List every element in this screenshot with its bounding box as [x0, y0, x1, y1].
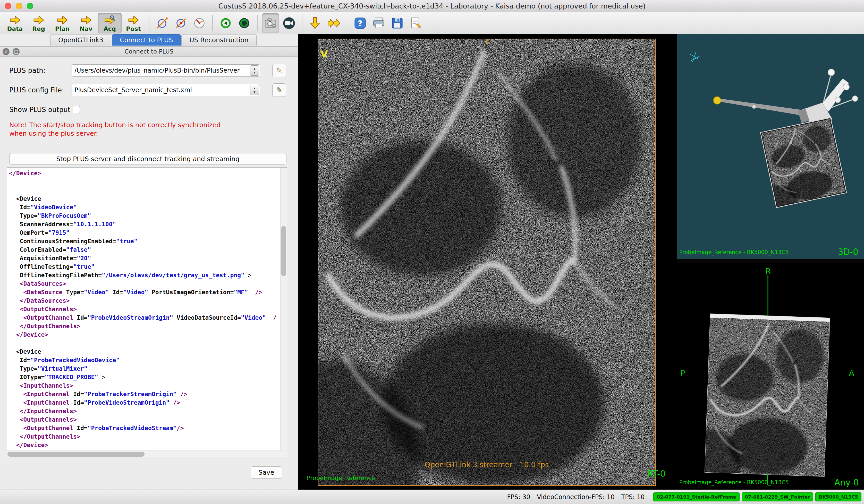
image-source-label: ProbeImage_Reference - BK5000_N13C5	[679, 249, 789, 255]
xml-config-editor[interactable]: </Device> <Device Id="VideoDevice" Type=…	[9, 169, 280, 448]
stream-forward-button[interactable]	[325, 13, 343, 33]
realtime-2d-view[interactable]: V OpenIGTLink 3 streamer - 10.0 fps Prob…	[298, 34, 677, 490]
help-button[interactable]: ?	[351, 13, 369, 33]
image-source-label: ProbeImage_Reference - BK5000_N13C5	[679, 479, 789, 485]
xml-line: AcquisitionRate="20"	[9, 254, 280, 262]
edit-plus-path-button[interactable]: ✎	[272, 64, 286, 77]
xml-line: </Device>	[9, 331, 280, 339]
close-window-button[interactable]	[5, 3, 11, 9]
tool-import-button[interactable]	[307, 13, 324, 33]
workflow-button-label: Post	[126, 25, 141, 32]
show-plus-output-checkbox[interactable]	[73, 106, 80, 113]
xml-line: <OutputChannel Id="ProbeVideoStreamOrigi…	[9, 314, 280, 322]
workflow-nav-button[interactable]: Nav	[74, 13, 98, 34]
status-bar: FPS: 30 VideoConnection-FPS: 10 TPS: 10 …	[0, 490, 864, 504]
window-title: CustusS 2018.06.25-dev+feature_CX-340-sw…	[218, 2, 646, 10]
xml-line: ColorEnabled="false"	[9, 246, 280, 254]
3d-view[interactable]: ProbeImage_Reference - BK5000_N13C5 3D-0	[677, 34, 864, 259]
detach-panel-button[interactable]: □	[13, 48, 20, 55]
zoom-window-button[interactable]	[27, 3, 33, 9]
window-controls	[5, 3, 33, 9]
plus-path-stepper[interactable]: ▴▾	[250, 65, 259, 76]
tab-us-reconstruction[interactable]: US Reconstruction	[181, 34, 256, 46]
save-button[interactable]	[388, 13, 406, 33]
xml-line: <OutputChannel Id="ProbeTrackedVideoStre…	[9, 424, 280, 432]
workflow-arrow-icon	[128, 14, 139, 26]
xml-line: <InputChannel Id="ProbeTrackerStreamOrig…	[9, 390, 280, 398]
tab-openigtlink3[interactable]: OpenIGTLink3	[50, 34, 111, 46]
xml-line: </Device>	[9, 441, 280, 448]
chevron-down-icon: ▾	[253, 71, 255, 74]
minimize-window-button[interactable]	[16, 3, 22, 9]
tps-label: TPS: 10	[621, 493, 645, 501]
pencil-icon: ✎	[276, 66, 282, 75]
workflow-acq-button[interactable]: Acq	[98, 13, 122, 34]
workflow-arrow-icon	[104, 14, 116, 26]
xml-config-area: </Device> <Device Id="VideoDevice" Type=…	[7, 167, 287, 450]
video-camera-button[interactable]	[280, 13, 298, 33]
close-icon: ×	[4, 49, 8, 54]
help-icon: ?	[353, 16, 367, 30]
tool-status-badge: 07-081-0229_SW_Pointer	[742, 492, 814, 501]
plus-config-stepper[interactable]: ▴▾	[250, 85, 259, 95]
close-panel-button[interactable]: ×	[3, 48, 10, 55]
toolbar-separator	[302, 15, 302, 31]
horizontal-scrollbar-thumb[interactable]	[8, 452, 145, 457]
orientation-label-a: A	[849, 368, 854, 378]
view-name-label: 3D-0	[838, 247, 858, 257]
stop-plus-server-button[interactable]: Stop PLUS server and disconnect tracking…	[9, 153, 286, 164]
video-camera-icon	[282, 16, 296, 30]
any-plane-view[interactable]: R P A ProbeImage_Reference - BK5000_N13C…	[677, 263, 864, 490]
xml-line: ContinuousStreamingEnabled="true"	[9, 237, 280, 246]
view-name-label: RT-0	[647, 469, 665, 479]
vertical-scrollbar-thumb[interactable]	[281, 226, 286, 276]
workflow-button-label: Acq	[104, 25, 116, 32]
tool-status-badges: 02-077-0191_Sterile-RefFrame07-081-0229_…	[651, 492, 861, 501]
center-tool-button[interactable]	[236, 13, 253, 33]
xml-line: Id="ProbeTrackedVideoDevice"	[9, 356, 280, 365]
stream-status-label: OpenIGTLink 3 streamer - 10.0 fps	[319, 460, 655, 469]
clock-button[interactable]	[191, 13, 208, 33]
xml-horizontal-scrollbar[interactable]	[7, 451, 287, 457]
workflow-arrow-icon	[33, 14, 45, 26]
tool-status-badge: BK5000_N13C5	[815, 492, 861, 501]
screenshot-page-button[interactable]	[407, 13, 424, 33]
toolbar-separator	[212, 15, 213, 31]
pointer-calibration-button[interactable]	[172, 13, 190, 33]
plus-path-value: /Users/olevs/dev/plus_namic/PlusB-bin/bi…	[74, 67, 249, 74]
workflow-plan-button[interactable]: Plan	[50, 13, 74, 34]
xml-vertical-scrollbar[interactable]	[280, 168, 287, 450]
warning-note-line2: when using the plus server.	[9, 129, 220, 138]
toolbar-separator	[347, 15, 347, 31]
center-image-button[interactable]	[217, 13, 235, 33]
workflow-reg-button[interactable]: Reg	[27, 13, 50, 34]
crosshair-target-button[interactable]	[154, 13, 171, 33]
warning-note: Note! The start/stop tracking button is …	[9, 121, 220, 138]
panel-title: Connect to PLUS	[125, 48, 173, 55]
xml-line: <InputChannel Id="ProbeVideoStreamOrigin…	[9, 398, 280, 407]
warning-note-line1: Note! The start/stop tracking button is …	[9, 121, 220, 129]
xml-line: </Device>	[9, 169, 280, 177]
panel-tab-bar: OpenIGTLink3Connect to PLUSUS Reconstruc…	[50, 34, 257, 46]
main-toolbar: DataRegPlanNavAcqPost?	[0, 12, 864, 34]
camera-settings-button[interactable]	[262, 13, 279, 33]
ultrasound-image	[319, 39, 655, 485]
save-icon	[391, 16, 404, 30]
workflow-post-button[interactable]: Post	[122, 13, 145, 34]
workflow-data-button[interactable]: Data	[3, 13, 27, 34]
printer-button[interactable]	[370, 13, 387, 33]
edit-plus-config-button[interactable]: ✎	[272, 83, 286, 97]
workflow-button-label: Nav	[80, 25, 93, 32]
tab-connect-to-plus[interactable]: Connect to PLUS	[112, 34, 181, 46]
xml-line: <DataSource Type="Video" Id="Video" Port…	[9, 288, 280, 296]
plus-path-combobox[interactable]: /Users/olevs/dev/plus_namic/PlusB-bin/bi…	[72, 64, 260, 77]
xml-line: <OutputChannels>	[9, 416, 280, 424]
tool-import-icon	[309, 16, 322, 30]
plus-config-combobox[interactable]: PlusDeviceSet_Server_namic_test.xml ▴▾	[72, 84, 260, 96]
center-tool-icon	[238, 16, 251, 30]
clock-icon	[193, 16, 206, 30]
xml-line: OfflineTesting="true"	[9, 262, 280, 271]
xml-line	[9, 186, 280, 195]
save-button[interactable]: Save	[251, 466, 282, 479]
show-plus-output-label: Show PLUS output	[9, 106, 70, 113]
